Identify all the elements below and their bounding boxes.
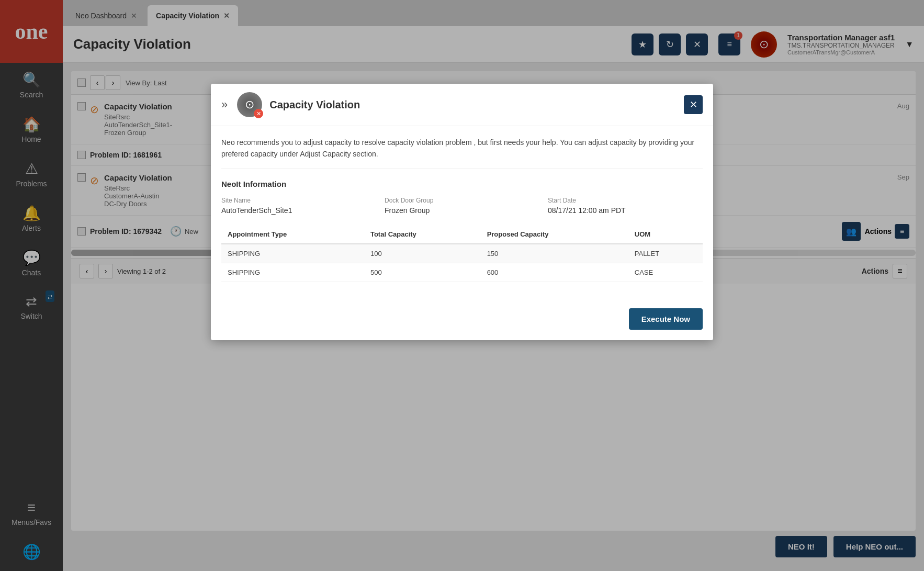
modal-header: » ⊙ ✕ Capacity Violation ✕ bbox=[211, 84, 713, 126]
dock-door-label: Dock Door Group bbox=[385, 197, 539, 204]
row-total: 500 bbox=[364, 263, 481, 282]
modal-title: Capacity Violation bbox=[269, 99, 684, 111]
capacity-violation-modal: » ⊙ ✕ Capacity Violation ✕ Neo recommend… bbox=[211, 84, 713, 340]
row-total: 100 bbox=[364, 244, 481, 263]
site-name-value: AutoTenderSch_Site1 bbox=[221, 206, 376, 215]
start-date-field: Start Date 08/17/21 12:00 am PDT bbox=[548, 197, 703, 215]
dock-door-field: Dock Door Group Frozen Group bbox=[385, 197, 539, 215]
col-proposed-capacity: Proposed Capacity bbox=[481, 225, 628, 244]
execute-now-button[interactable]: Execute Now bbox=[629, 308, 703, 330]
capacity-table: Appointment Type Total Capacity Proposed… bbox=[221, 225, 703, 282]
expand-arrows-icon[interactable]: » bbox=[221, 98, 228, 111]
col-appointment-type: Appointment Type bbox=[221, 225, 364, 244]
modal-avatar: ⊙ ✕ bbox=[237, 92, 262, 117]
row-proposed: 600 bbox=[481, 263, 628, 282]
modal-close-button[interactable]: ✕ bbox=[684, 95, 703, 114]
avatar-icon: ⊙ bbox=[245, 98, 254, 111]
modal-description: Neo recommends you to adjust capacity to… bbox=[221, 137, 703, 169]
row-uom: CASE bbox=[628, 263, 703, 282]
site-name-label: Site Name bbox=[221, 197, 376, 204]
avatar-badge: ✕ bbox=[254, 109, 263, 118]
info-grid: Site Name AutoTenderSch_Site1 Dock Door … bbox=[221, 197, 703, 215]
row-proposed: 150 bbox=[481, 244, 628, 263]
modal-overlay: » ⊙ ✕ Capacity Violation ✕ Neo recommend… bbox=[0, 0, 924, 571]
table-row: SHIPPING 100 150 PALLET bbox=[221, 244, 703, 263]
row-uom: PALLET bbox=[628, 244, 703, 263]
modal-body: Neo recommends you to adjust capacity to… bbox=[211, 126, 713, 303]
col-uom: UOM bbox=[628, 225, 703, 244]
modal-footer: Execute Now bbox=[211, 303, 713, 340]
site-name-field: Site Name AutoTenderSch_Site1 bbox=[221, 197, 376, 215]
row-type: SHIPPING bbox=[221, 263, 364, 282]
section-title: NeoIt Information bbox=[221, 180, 703, 188]
table-row: SHIPPING 500 600 CASE bbox=[221, 263, 703, 282]
row-type: SHIPPING bbox=[221, 244, 364, 263]
start-date-value: 08/17/21 12:00 am PDT bbox=[548, 206, 703, 215]
col-total-capacity: Total Capacity bbox=[364, 225, 481, 244]
dock-door-value: Frozen Group bbox=[385, 206, 539, 215]
start-date-label: Start Date bbox=[548, 197, 703, 204]
